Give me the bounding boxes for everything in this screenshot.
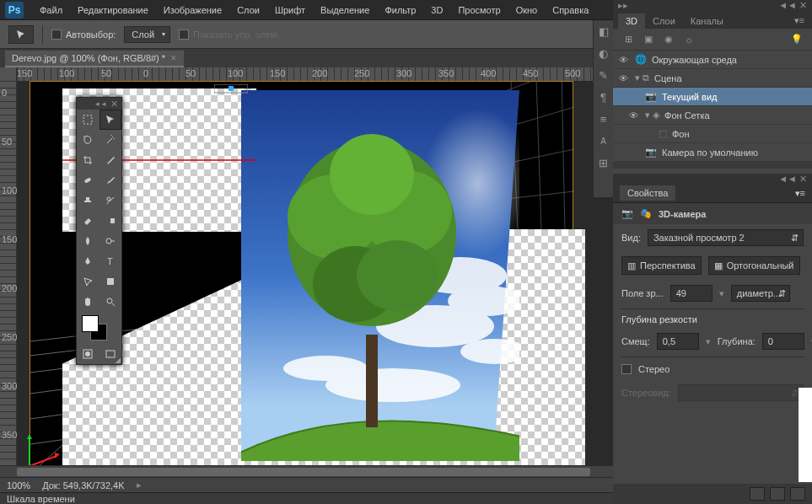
menu-layers[interactable]: Слои bbox=[229, 5, 267, 15]
filter-mesh-icon[interactable]: ▣ bbox=[642, 33, 655, 46]
blur-tool[interactable] bbox=[77, 231, 99, 251]
show-controls-checkbox[interactable]: Показать упр. элем. bbox=[179, 29, 279, 40]
menu-image[interactable]: Изображение bbox=[156, 5, 229, 15]
dock-icon[interactable]: ✎ bbox=[594, 64, 613, 86]
dock-icon[interactable]: ≡ bbox=[594, 108, 613, 130]
layer-dropdown[interactable]: Слой bbox=[124, 26, 170, 43]
3d-item-environment[interactable]: 👁 🌐 Окружающая среда bbox=[613, 51, 812, 69]
menu-window[interactable]: Окно bbox=[508, 5, 546, 15]
gradient-tool[interactable] bbox=[99, 211, 122, 231]
svg-rect-55 bbox=[106, 218, 115, 223]
camera-icon: 📷 bbox=[621, 208, 633, 219]
auto-select-checkbox[interactable]: Автовыбор: bbox=[51, 29, 116, 40]
tab-layers[interactable]: Слои bbox=[645, 13, 683, 29]
eraser-tool[interactable] bbox=[77, 211, 99, 231]
crop-tool[interactable] bbox=[77, 150, 99, 170]
brush-tool[interactable] bbox=[99, 170, 122, 190]
menu-filter[interactable]: Фильтр bbox=[377, 5, 423, 15]
new-icon[interactable] bbox=[750, 487, 765, 501]
3d-item-default-camera[interactable]: 📷 Камера по умолчанию bbox=[613, 143, 812, 162]
menu-edit[interactable]: Редактирование bbox=[70, 5, 156, 15]
fov-unit-dropdown[interactable]: диаметр...⇵ bbox=[731, 285, 790, 302]
type-tool[interactable]: T bbox=[99, 251, 122, 271]
hand-tool[interactable] bbox=[77, 292, 99, 312]
dock-icon[interactable]: A bbox=[594, 130, 613, 152]
menu-3d[interactable]: 3D bbox=[423, 5, 450, 15]
dock-icon[interactable]: ⊞ bbox=[594, 152, 613, 174]
shape-tool[interactable] bbox=[99, 271, 122, 292]
history-brush-tool[interactable] bbox=[99, 190, 122, 211]
3d-item-bg-material[interactable]: ⬚ Фон bbox=[613, 125, 812, 143]
properties-title[interactable]: Свойства bbox=[620, 185, 675, 201]
perspective-button[interactable]: ▥Перспектива bbox=[621, 256, 702, 275]
timeline-panel[interactable]: Шкала времени bbox=[0, 492, 613, 504]
collapsed-dock: ◧ ◐ ✎ ¶ ≡ A ⊞ bbox=[593, 20, 613, 197]
depth-input[interactable]: 0 bbox=[762, 333, 804, 350]
offset-input[interactable]: 0,5 bbox=[657, 333, 699, 350]
zoom-level[interactable]: 100% bbox=[7, 480, 30, 491]
lasso-tool[interactable] bbox=[77, 130, 99, 150]
marquee-tool[interactable] bbox=[77, 110, 99, 130]
panel-menu-icon[interactable]: ▾≡ bbox=[787, 13, 812, 29]
menu-file[interactable]: Файл bbox=[32, 5, 70, 15]
move-tool[interactable] bbox=[99, 110, 122, 130]
svg-point-54 bbox=[107, 197, 110, 201]
3d-item-scene[interactable]: 👁 ▾ ⧉ Сцена bbox=[613, 69, 812, 88]
eyedropper-tool[interactable] bbox=[99, 150, 122, 170]
heal-tool[interactable] bbox=[77, 170, 99, 190]
path-select-tool[interactable] bbox=[77, 271, 99, 292]
transparency-checker bbox=[62, 229, 585, 474]
depth-label: Глубина: bbox=[718, 336, 756, 346]
menu-help[interactable]: Справка bbox=[545, 5, 596, 15]
panel-menu-icon[interactable]: ▾≡ bbox=[795, 188, 805, 199]
horizontal-scrollbar[interactable] bbox=[0, 465, 613, 477]
app-logo[interactable]: Ps bbox=[5, 2, 24, 19]
view-dropdown[interactable]: Заказной просмотр 2⇵ bbox=[648, 229, 804, 246]
visibility-icon[interactable]: 👁 bbox=[626, 110, 640, 121]
visibility-icon[interactable]: 👁 bbox=[616, 55, 630, 65]
color-swatches[interactable] bbox=[77, 312, 121, 344]
doc-size[interactable]: Док: 549,3K/732,4K bbox=[42, 480, 124, 491]
screenmode-toggle[interactable] bbox=[99, 344, 122, 364]
item-label: Окружающая среда bbox=[652, 55, 737, 65]
fov-input[interactable]: 49 bbox=[670, 285, 713, 302]
orthogonal-button[interactable]: ▦Ортогональный bbox=[708, 256, 800, 275]
quickmask-toggle[interactable] bbox=[77, 344, 99, 364]
tab-channels[interactable]: Каналы bbox=[683, 13, 731, 29]
auto-select-label: Автовыбор: bbox=[66, 29, 116, 40]
ruler-vertical[interactable]: 050100150200250300350 bbox=[0, 81, 17, 477]
menu-view[interactable]: Просмотр bbox=[450, 5, 508, 15]
render-icon[interactable] bbox=[790, 487, 805, 501]
render-icon[interactable]: 💡 bbox=[790, 33, 804, 46]
active-tool-indicator[interactable] bbox=[8, 25, 34, 44]
stamp-tool[interactable] bbox=[77, 190, 99, 211]
dof-header: Глубина резкости bbox=[613, 311, 812, 328]
dock-icon[interactable]: ◧ bbox=[594, 20, 613, 42]
panel-collapse-icon[interactable]: ◄◄ ✕ bbox=[778, 174, 807, 185]
item-label: Фон Сетка bbox=[664, 110, 710, 121]
wand-tool[interactable] bbox=[99, 130, 122, 150]
tab-3d[interactable]: 3D bbox=[618, 13, 645, 29]
svg-line-18 bbox=[498, 191, 574, 200]
filter-light-icon[interactable]: ☼ bbox=[682, 33, 696, 46]
scrollbar-track[interactable] bbox=[799, 388, 812, 482]
menu-select[interactable]: Выделение bbox=[313, 5, 377, 15]
panel-collapse-icon[interactable]: ◄◄ ✕ bbox=[778, 0, 807, 11]
3d-item-bg-mesh[interactable]: 👁 ▾ ◈ Фон Сетка bbox=[613, 106, 812, 125]
3d-item-current-view[interactable]: 📷 Текущий вид bbox=[613, 88, 812, 106]
toolbox-header[interactable]: ◄◄✕ bbox=[77, 98, 121, 110]
filter-all-icon[interactable]: ⊞ bbox=[621, 33, 635, 46]
document-tab[interactable]: Derevo.jpg @ 100% (Фон, RGB/8#) * ✕ bbox=[5, 51, 184, 67]
menu-type[interactable]: Шрифт bbox=[267, 5, 313, 15]
foreground-color[interactable] bbox=[82, 315, 99, 332]
stereo-checkbox[interactable] bbox=[621, 364, 632, 374]
filter-material-icon[interactable]: ◉ bbox=[662, 33, 675, 46]
dock-icon[interactable]: ◐ bbox=[594, 42, 613, 64]
delete-icon[interactable] bbox=[770, 487, 785, 501]
dodge-tool[interactable] bbox=[99, 231, 122, 251]
zoom-tool[interactable] bbox=[99, 292, 122, 312]
pen-tool[interactable] bbox=[77, 251, 99, 271]
dock-icon[interactable]: ¶ bbox=[594, 86, 613, 108]
visibility-icon[interactable]: 👁 bbox=[616, 73, 630, 83]
close-tab-icon[interactable]: ✕ bbox=[170, 54, 177, 62]
